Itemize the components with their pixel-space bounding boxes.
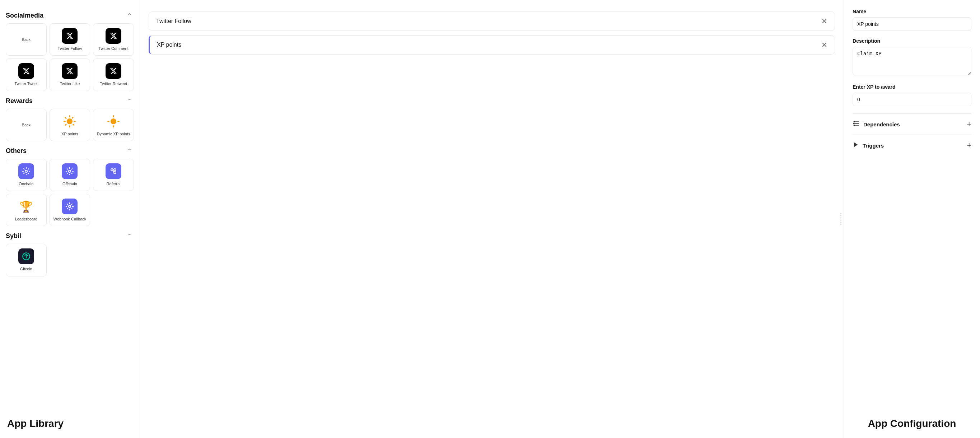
twitter-like-item[interactable]: Twitter Like (49, 59, 91, 91)
others-toggle[interactable]: ⌃ (125, 147, 134, 155)
rewards-section-header: Rewards ⌃ (6, 97, 134, 105)
right-panel: Name Description Enter XP to award Depen… (843, 0, 980, 438)
svg-rect-7 (72, 116, 74, 118)
dynamic-xp-icon (105, 113, 121, 129)
sybil-grid: Gitcoin (6, 244, 134, 276)
drag-dot-5 (840, 222, 842, 223)
twitter-tweet-icon (18, 63, 34, 79)
leaderboard-item[interactable]: 🏆 Leaderboard (6, 194, 47, 226)
triggers-row-left: Triggers (853, 142, 884, 150)
twitter-comment-icon (105, 28, 121, 44)
svg-point-15 (68, 170, 71, 172)
drag-dot-4 (840, 220, 842, 221)
dependencies-add-button[interactable]: + (967, 119, 971, 129)
offchain-icon (62, 163, 78, 179)
svg-rect-11 (113, 125, 114, 127)
drag-dot-3 (840, 218, 842, 219)
triggers-row[interactable]: Triggers + (853, 135, 971, 156)
middle-panel: Twitter Follow ✕ XP points ✕ (140, 0, 843, 438)
leaderboard-icon: 🏆 (18, 199, 34, 214)
twitter-follow-close-button[interactable]: ✕ (821, 18, 827, 25)
triggers-add-button[interactable]: + (967, 141, 971, 150)
socialmedia-back-item[interactable]: Back (6, 23, 47, 56)
webhook-icon (62, 199, 78, 214)
svg-rect-12 (107, 121, 110, 122)
others-grid: Onchain Offchain (6, 159, 134, 226)
app-configuration-label: App Configuration (853, 418, 971, 429)
onchain-icon (18, 163, 34, 179)
drag-dot-6 (840, 224, 842, 225)
triggers-label: Triggers (862, 143, 884, 149)
svg-rect-10 (113, 115, 114, 118)
svg-point-21 (68, 205, 71, 207)
rewards-title: Rewards (6, 97, 33, 105)
description-field-label: Description (853, 38, 971, 44)
drag-dot-1 (840, 213, 842, 214)
xp-points-item[interactable]: XP points (49, 109, 91, 141)
drag-dot-2 (840, 215, 842, 217)
svg-point-18 (114, 169, 116, 171)
app-library-label: App Library (7, 418, 64, 429)
twitter-follow-item[interactable]: Twitter Follow (49, 23, 91, 56)
svg-rect-4 (73, 121, 76, 122)
dependencies-icon (853, 120, 860, 129)
dependencies-row-left: Dependencies (853, 120, 900, 129)
svg-rect-3 (64, 121, 66, 122)
svg-point-0 (67, 118, 73, 124)
webhook-item[interactable]: Webhook Callback (49, 194, 91, 226)
rewards-grid: Back XP po (6, 109, 134, 141)
description-field-group: Description (853, 38, 971, 84)
xp-field-label: Enter XP to award (853, 84, 971, 90)
svg-marker-23 (854, 142, 858, 147)
name-input[interactable] (853, 17, 971, 31)
xp-points-icon (62, 113, 78, 129)
middle-drag-handle[interactable] (838, 210, 843, 228)
socialmedia-grid: Back Twitter Follow Twitter Comment Twit… (6, 23, 134, 91)
sybil-title: Sybil (6, 232, 21, 240)
twitter-retweet-icon (105, 63, 121, 79)
socialmedia-toggle[interactable]: ⌃ (125, 11, 134, 20)
xp-points-card-title: XP points (157, 41, 181, 48)
name-field-group: Name (853, 9, 971, 38)
svg-point-9 (111, 118, 116, 124)
svg-rect-1 (69, 115, 70, 118)
socialmedia-title: Socialmedia (6, 12, 43, 19)
dependencies-row[interactable]: Dependencies + (853, 113, 971, 135)
svg-rect-6 (73, 124, 75, 126)
socialmedia-section-header: Socialmedia ⌃ (6, 11, 134, 20)
gitcoin-item[interactable]: Gitcoin (6, 244, 47, 276)
offchain-item[interactable]: Offchain (49, 159, 91, 191)
description-textarea[interactable] (853, 47, 971, 75)
twitter-follow-workflow-card[interactable]: Twitter Follow ✕ (149, 11, 835, 31)
svg-rect-13 (118, 121, 119, 122)
others-title: Others (6, 147, 27, 155)
twitter-follow-icon (62, 28, 78, 44)
svg-rect-5 (65, 117, 67, 119)
rewards-back-item[interactable]: Back (6, 109, 47, 141)
xp-points-workflow-card[interactable]: XP points ✕ (149, 35, 835, 54)
svg-rect-2 (69, 125, 70, 127)
svg-rect-8 (65, 124, 67, 126)
rewards-toggle[interactable]: ⌃ (125, 97, 134, 105)
onchain-item[interactable]: Onchain (6, 159, 47, 191)
twitter-comment-item[interactable]: Twitter Comment (93, 23, 134, 56)
dynamic-xp-item[interactable]: Dynamic XP points (93, 109, 134, 141)
xp-field-group: Enter XP to award (853, 84, 971, 113)
gitcoin-icon (18, 248, 34, 264)
xp-points-close-button[interactable]: ✕ (821, 41, 827, 48)
name-field-label: Name (853, 9, 971, 14)
xp-input[interactable] (853, 92, 971, 106)
left-panel: Socialmedia ⌃ Back Twitter Follow Twitte… (0, 0, 140, 438)
triggers-icon (853, 142, 859, 150)
others-section-header: Others ⌃ (6, 147, 134, 155)
referral-icon (105, 163, 121, 179)
sybil-toggle[interactable]: ⌃ (125, 232, 134, 240)
twitter-follow-card-title: Twitter Follow (156, 18, 191, 24)
svg-line-19 (113, 170, 114, 170)
svg-point-14 (25, 170, 27, 172)
dependencies-label: Dependencies (863, 121, 900, 127)
twitter-tweet-item[interactable]: Twitter Tweet (6, 59, 47, 91)
referral-item[interactable]: Referral (93, 159, 134, 191)
twitter-retweet-item[interactable]: Twitter Retweet (93, 59, 134, 91)
sybil-section-header: Sybil ⌃ (6, 232, 134, 240)
